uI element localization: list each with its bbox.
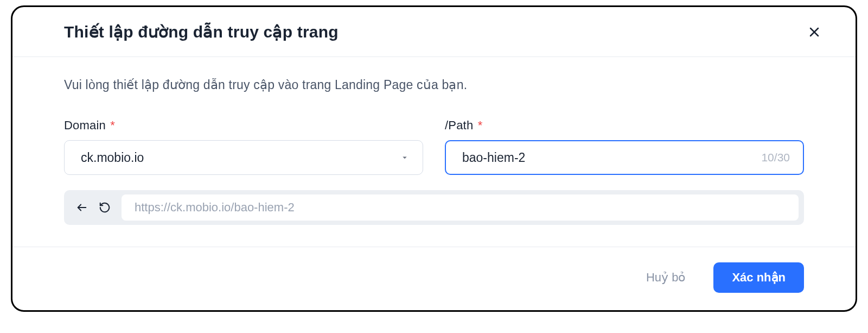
url-preview-bar: https://ck.mobio.io/bao-hiem-2 (64, 190, 804, 225)
domain-label: Domain * (64, 118, 423, 133)
reload-icon (99, 202, 111, 213)
modal-title: Thiết lập đường dẫn truy cập trang (64, 22, 339, 41)
path-char-count: 10/30 (761, 151, 790, 164)
required-mark: * (474, 118, 482, 132)
domain-field-group: Domain * ck.mobio.io (64, 118, 423, 175)
domain-value: ck.mobio.io (81, 150, 400, 165)
domain-label-text: Domain (64, 118, 106, 132)
confirm-button[interactable]: Xác nhận (713, 262, 804, 293)
cancel-button[interactable]: Huỷ bỏ (628, 262, 704, 293)
path-input-wrapper: 10/30 (445, 140, 804, 175)
domain-select[interactable]: ck.mobio.io (64, 140, 423, 175)
arrow-left-icon (76, 202, 88, 213)
path-field-group: /Path * 10/30 (445, 118, 804, 175)
url-setup-modal: Thiết lập đường dẫn truy cập trang Vui l… (11, 5, 857, 312)
modal-footer: Huỷ bỏ Xác nhận (12, 247, 856, 310)
modal-description: Vui lòng thiết lập đường dẫn truy cập và… (64, 78, 804, 92)
fields-row: Domain * ck.mobio.io /Path * 10/30 (64, 118, 804, 175)
modal-body: Vui lòng thiết lập đường dẫn truy cập và… (12, 57, 856, 247)
required-mark: * (107, 118, 115, 132)
close-icon (808, 26, 821, 39)
reload-button[interactable] (99, 202, 111, 213)
modal-header: Thiết lập đường dẫn truy cập trang (12, 7, 856, 57)
path-label-text: /Path (445, 118, 473, 132)
url-display: https://ck.mobio.io/bao-hiem-2 (122, 194, 799, 221)
close-button[interactable] (806, 23, 823, 41)
path-input[interactable] (462, 150, 761, 165)
chevron-down-icon (400, 153, 410, 162)
path-label: /Path * (445, 118, 804, 133)
back-button[interactable] (76, 202, 88, 213)
